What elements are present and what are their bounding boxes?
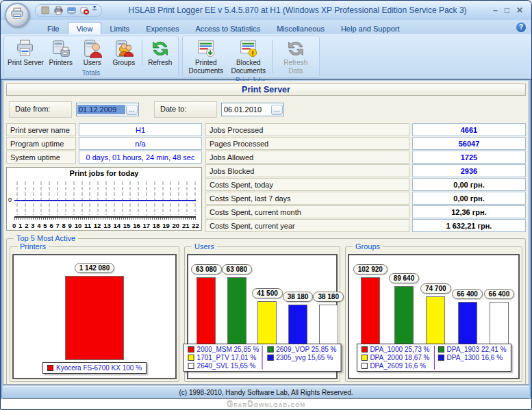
date-from-value[interactable]: 01.12.2009 <box>77 105 125 114</box>
status-bar: (c) 1998-2010, Handy Software Lab, All R… <box>3 386 529 399</box>
axis-tick-label: 2 <box>25 222 28 229</box>
today-chart-zero-line <box>14 200 196 201</box>
table-row: Program uptimen/a <box>6 137 202 150</box>
gridline <box>170 181 171 215</box>
ribbon: Print ServerPrintersUsersGroupsRefreshTo… <box>1 34 531 80</box>
legend-swatch <box>267 355 273 361</box>
legend: Kyocera FS-6700 KX 100 % <box>42 362 147 374</box>
bar-value-bubble: 66 400 <box>452 289 483 299</box>
app-window: ▾▔ HSLAB Print Logger EE v 5.4.5.870 at … <box>0 0 532 410</box>
gridline <box>33 181 34 215</box>
date-from-picker-button[interactable]: … <box>126 105 138 115</box>
legend-text: DPA_1000 25,73 % <box>370 346 429 353</box>
tab-access-to-statistics[interactable]: Access to Statistics <box>187 23 268 34</box>
tab-miscellaneous[interactable]: Miscellaneous <box>268 23 333 34</box>
minimize-button[interactable]: – <box>493 6 498 14</box>
refresh-icon <box>150 38 170 59</box>
date-to-value[interactable]: 06.01.2010 <box>223 105 270 114</box>
table-row: Costs Spent, last 7 days0,00 грн. <box>205 192 526 205</box>
tab-view[interactable]: View <box>68 22 102 34</box>
printers-button[interactable]: Printers <box>45 38 77 68</box>
legend-swatch <box>188 355 194 361</box>
gridline <box>186 181 188 215</box>
legend-item: DPA_1000 25,73 % <box>361 346 429 353</box>
gridline <box>122 181 123 215</box>
axis-tick-label: 0 <box>12 222 16 229</box>
bar-column: 41 500 <box>252 259 283 346</box>
window-controls: – □ ✕ <box>493 6 523 14</box>
close-button[interactable]: ✕ <box>516 6 523 14</box>
gridline <box>40 181 42 215</box>
bar-value-bubble: 38 180 <box>283 292 314 302</box>
tab-expenses[interactable]: Expenses <box>138 23 187 34</box>
axis-tick-label: 8 <box>62 222 66 229</box>
date-filter-row: Date from: 01.12.2009 … Date to: 06.01.2… <box>9 101 526 118</box>
preview-icon[interactable] <box>66 5 76 15</box>
panel-users: Users63 08063 08041 50038 18038 1802000_… <box>184 246 340 382</box>
gridline <box>57 181 58 215</box>
bar-column: 102 920 <box>353 259 388 346</box>
legend-text: DPA_1903 22,41 % <box>447 346 507 353</box>
axis-tick-label: 21 <box>182 222 190 229</box>
axis-tick-label: 19 <box>162 222 170 229</box>
table-row: Jobs Processed4661 <box>205 123 526 136</box>
bar <box>227 277 246 346</box>
panel-printers: Printers1 142 080Kyocera FS-6700 KX 100 … <box>10 246 179 382</box>
tab-help-and-support[interactable]: Help and Support <box>333 23 408 34</box>
main-content: Print Server Date from: 01.12.2009 … Dat… <box>3 81 529 385</box>
bar <box>394 286 414 346</box>
legend-item: DPA_1300 16,6 % <box>438 354 507 361</box>
legend-item: DPA_2000 18,67 % <box>361 354 429 361</box>
legend-text: DPA_2609 16,6 % <box>370 362 426 370</box>
axis-tick-label: 12 <box>94 222 101 229</box>
print-server-icon <box>15 38 36 59</box>
users-button[interactable]: Users <box>77 38 108 68</box>
axis-tick-label: 4 <box>37 222 40 229</box>
copyright-text: (c) 1998-2010, Handy Software Lab, All R… <box>179 389 353 396</box>
ribbon-button-label: Print Server <box>8 59 44 67</box>
print-server-button[interactable]: Print Server <box>6 38 45 68</box>
printed-documents-button[interactable]: Printed Documents <box>185 38 227 75</box>
tab-limits[interactable]: Limits <box>101 23 138 34</box>
stat-value: 2936 <box>412 164 526 177</box>
help-button[interactable]: ? <box>516 23 526 32</box>
table-row: Pages Processed56047 <box>205 137 526 150</box>
bars-container: 1 142 080 <box>16 258 173 360</box>
stat-label: Print server name <box>6 123 76 136</box>
gridline <box>178 181 179 215</box>
legend: 2000_MSM 25,85 %2609_VOP 25,85 %1701_PTV… <box>183 344 342 372</box>
table-row: System uptime0 days, 01 hours, 24 min, 4… <box>6 151 202 164</box>
bar <box>490 302 509 346</box>
legend-swatch <box>361 355 367 361</box>
date-to-input[interactable]: 06.01.2010 … <box>221 103 284 116</box>
totals-table: Jobs Processed4661Pages Processed56047Jo… <box>205 123 526 233</box>
table-row: Costs Spent, current month12,36 грн. <box>205 205 526 218</box>
app-orb-button[interactable] <box>5 3 29 27</box>
bar-column: 89 640 <box>389 259 420 346</box>
qat-customize-icon[interactable]: ▾▔ <box>92 5 97 16</box>
print-icon[interactable] <box>53 5 63 15</box>
exit-icon[interactable] <box>79 5 89 15</box>
maximize-button[interactable]: □ <box>505 6 509 14</box>
swatch-icon[interactable] <box>40 5 50 15</box>
legend-swatch <box>188 346 194 353</box>
panel-groups: Groups102 92089 64074 70066 40066 400DPA… <box>345 246 522 382</box>
blocked-documents-button[interactable]: !Blocked Documents <box>227 38 270 75</box>
legend-item: 2000_MSM 25,85 % <box>188 346 259 353</box>
bar-column: 74 700 <box>420 259 451 346</box>
legend-text: Kyocera FS-6700 KX 100 % <box>56 364 142 372</box>
ribbon-button-label: Refresh Data <box>276 59 316 75</box>
axis-tick-label: 18 <box>153 222 160 229</box>
legend-item: 2305_yvg 15,65 % <box>267 354 336 361</box>
groups-button[interactable]: Groups <box>108 38 140 68</box>
refresh-data-button[interactable]: Refresh Data <box>275 38 317 75</box>
gridline <box>81 181 83 215</box>
refresh-button[interactable]: Refresh <box>144 38 176 68</box>
printers-chart: 1 142 080Kyocera FS-6700 KX 100 % <box>12 254 177 379</box>
tab-file[interactable]: File <box>39 23 68 34</box>
stat-value: 1 632,21 грн. <box>412 219 526 232</box>
ribbon-group-print-jobs: Printed Documents!Blocked DocumentsRefre… <box>182 36 320 78</box>
bars-container: 102 92089 64074 70066 40066 400 <box>352 259 516 346</box>
date-from-input[interactable]: 01.12.2009 … <box>76 103 139 116</box>
date-to-picker-button[interactable]: … <box>271 105 283 115</box>
